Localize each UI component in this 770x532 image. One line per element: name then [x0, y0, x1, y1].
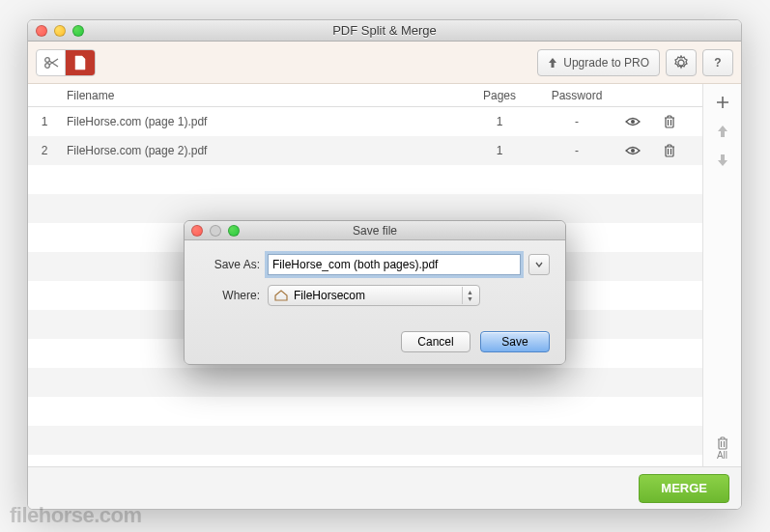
split-mode-button[interactable]: [37, 50, 66, 75]
preview-button[interactable]: [625, 117, 664, 126]
move-down-button[interactable]: [708, 148, 737, 173]
header-pages: Pages: [471, 89, 528, 102]
dialog-close-button[interactable]: [191, 225, 203, 237]
table-row[interactable]: 2 FileHorse.com (page 2).pdf 1 -: [28, 136, 702, 165]
window-title: PDF Split & Merge: [28, 23, 741, 38]
empty-row: [28, 165, 702, 194]
row-filename: FileHorse.com (page 1).pdf: [61, 115, 471, 128]
cancel-button[interactable]: Cancel: [401, 331, 471, 352]
chevron-down-icon: [535, 262, 543, 267]
all-label: All: [717, 450, 727, 461]
gear-icon: [673, 55, 689, 70]
select-stepper-icon: ▲▼: [462, 287, 477, 304]
delete-all-button[interactable]: All: [717, 436, 728, 461]
arrow-up-icon: [717, 125, 728, 138]
trash-icon: [664, 144, 675, 157]
upgrade-button[interactable]: Upgrade to PRO: [537, 49, 660, 76]
svg-point-2: [631, 120, 635, 124]
window-titlebar: PDF Split & Merge: [28, 20, 741, 42]
svg-point-0: [44, 57, 49, 62]
toolbar: Upgrade to PRO ?: [28, 42, 741, 84]
trash-icon: [664, 115, 675, 128]
row-password: -: [528, 115, 625, 128]
eye-icon: [625, 117, 641, 126]
delete-row-button[interactable]: [664, 115, 702, 128]
empty-row: [28, 194, 702, 223]
arrow-down-icon: [717, 154, 728, 167]
settings-button[interactable]: [666, 49, 697, 76]
svg-point-1: [44, 63, 49, 68]
trash-icon: [717, 436, 728, 450]
empty-row: [28, 397, 702, 426]
where-row: Where: FileHorsecom ▲▼: [200, 285, 550, 306]
watermark: filehorse.com: [10, 503, 142, 528]
scissors-icon: [43, 57, 59, 69]
row-filename: FileHorse.com (page 2).pdf: [61, 144, 471, 157]
save-as-label: Save As:: [200, 258, 260, 271]
where-label: Where:: [200, 289, 260, 302]
dialog-minimize-button: [210, 225, 221, 237]
list-sidebar: All: [702, 84, 741, 466]
document-icon: [73, 55, 87, 70]
minimize-window-button[interactable]: [54, 25, 66, 37]
preview-button[interactable]: [625, 146, 664, 155]
upload-arrow-icon: [548, 57, 557, 69]
dialog-actions: Cancel Save: [185, 327, 565, 364]
save-as-input[interactable]: [268, 254, 521, 275]
empty-row: [28, 368, 702, 397]
home-folder-icon: [274, 290, 288, 301]
question-icon: ?: [714, 56, 721, 70]
svg-point-3: [631, 149, 635, 153]
close-window-button[interactable]: [36, 25, 47, 37]
row-pages: 1: [471, 115, 528, 128]
row-index: 2: [28, 144, 61, 157]
upgrade-label: Upgrade to PRO: [563, 56, 649, 70]
dialog-zoom-button[interactable]: [228, 225, 240, 237]
merge-button[interactable]: MERGE: [639, 474, 729, 503]
dialog-body: Save As: Where: FileHorsecom ▲▼: [185, 240, 565, 327]
save-as-row: Save As:: [200, 254, 550, 275]
dialog-titlebar: Save file: [185, 221, 565, 240]
expand-browser-button[interactable]: [528, 254, 550, 275]
eye-icon: [625, 146, 641, 155]
delete-row-button[interactable]: [664, 144, 702, 157]
traffic-lights: [36, 25, 84, 37]
save-dialog: Save file Save As: Where: FileHorsecom ▲…: [184, 220, 566, 365]
dialog-traffic-lights: [191, 225, 240, 237]
where-select[interactable]: FileHorsecom ▲▼: [268, 285, 480, 306]
plus-icon: [716, 96, 729, 109]
table-header: Filename Pages Password: [28, 84, 702, 107]
add-button[interactable]: [708, 90, 737, 115]
move-up-button[interactable]: [708, 119, 737, 144]
help-button[interactable]: ?: [702, 49, 733, 76]
row-password: -: [528, 144, 625, 157]
header-filename: Filename: [61, 89, 471, 102]
row-index: 1: [28, 115, 61, 128]
save-button[interactable]: Save: [480, 331, 550, 352]
zoom-window-button[interactable]: [72, 25, 84, 37]
table-row[interactable]: 1 FileHorse.com (page 1).pdf 1 -: [28, 107, 702, 136]
where-value: FileHorsecom: [294, 289, 365, 302]
merge-mode-button[interactable]: [66, 50, 95, 75]
dialog-title: Save file: [185, 224, 565, 238]
row-pages: 1: [471, 144, 528, 157]
mode-segment: [36, 49, 96, 76]
empty-row: [28, 426, 702, 455]
header-password: Password: [528, 89, 625, 102]
